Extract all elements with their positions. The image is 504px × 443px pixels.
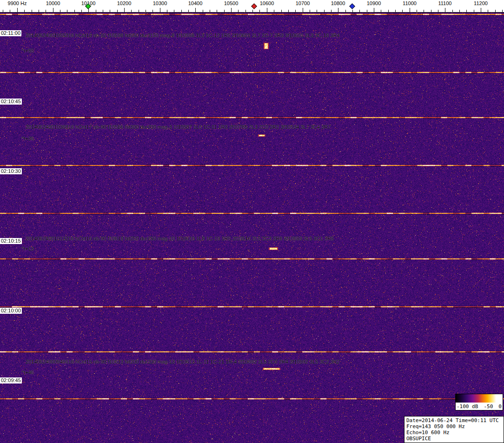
detection-text: 20140624000946616 hCnt15 nb-90 f10613 hi… (26, 359, 340, 364)
freq-tick-mark (81, 10, 82, 12)
freq-tick-mark (417, 10, 417, 12)
freq-tick-label: 10000 (46, 0, 60, 6)
freq-tick-mark (139, 10, 139, 12)
time-label: 02:10:45 (0, 99, 22, 105)
freq-tick-mark (438, 10, 438, 12)
freq-tick-label: 10600 (260, 0, 274, 6)
colorbar-labels: -100 dB -50 0 (456, 403, 503, 410)
freq-marker-blue-icon[interactable] (349, 3, 355, 9)
info-line-date: Date=2014-06-24 Time=00:11 UTC (406, 417, 502, 423)
freq-tick-mark (288, 10, 289, 12)
freq-tick-mark (210, 10, 210, 12)
freq-tick-mark (338, 8, 338, 12)
freq-tick-mark (452, 10, 453, 12)
spectrogram-app: 9900 Hz100001010010200103001040010500106… (0, 0, 504, 443)
freq-tick-mark (160, 8, 160, 12)
freq-tick-mark (10, 10, 10, 12)
freq-tick-label: 10200 (117, 0, 132, 6)
freq-tick-label: 9900 Hz (8, 0, 27, 6)
freq-tick-mark (274, 10, 274, 12)
colorbar-label-max: 0 (498, 403, 502, 410)
freq-tick-mark (359, 10, 360, 12)
freq-tick-mark (32, 10, 32, 12)
freq-tick-mark (502, 10, 503, 12)
freq-tick-mark (431, 10, 431, 12)
freq-tick-label: 10400 (188, 0, 203, 6)
freq-tick-mark (131, 10, 132, 12)
freq-tick-label: 10800 (331, 0, 345, 6)
freq-tick-mark (388, 10, 389, 12)
freq-tick-mark (167, 10, 167, 12)
info-line-echo: Echo=10 600 Hz (406, 430, 502, 436)
detection-time-offset: ^t+46 (21, 370, 34, 375)
freq-tick-mark (188, 10, 189, 12)
freq-tick-label: 10900 (367, 0, 381, 6)
freq-tick-mark (203, 10, 203, 12)
freq-tick-mark (317, 10, 317, 12)
freq-tick-mark (459, 10, 460, 12)
freq-tick-mark (445, 8, 445, 12)
freq-tick-mark (267, 8, 267, 12)
freq-tick-label: 10500 (224, 0, 239, 6)
freq-tick-mark (495, 10, 496, 12)
colorbar: -100 dB -50 0 (455, 394, 503, 410)
freq-tick-mark (345, 10, 346, 12)
freq-tick-mark (224, 10, 225, 12)
detection-text: 20140624001055816 hCnt18 nb-92 f10598 hi… (26, 33, 340, 38)
freq-tick-mark (402, 10, 403, 12)
freq-tick-mark (238, 10, 239, 12)
freq-tick-mark (195, 8, 196, 12)
freq-tick-label: 11100 (438, 0, 452, 6)
freq-marker-red-icon[interactable] (251, 3, 257, 9)
detection-time-offset: ^t+13 (21, 246, 34, 251)
freq-tick-mark (181, 10, 182, 12)
freq-tick-mark (17, 8, 18, 12)
time-label: 02:10:30 (0, 168, 22, 174)
freq-tick-mark (103, 10, 103, 12)
freq-tick-mark (474, 10, 474, 12)
freq-tick-mark (395, 10, 396, 12)
colorbar-gradient (456, 394, 503, 403)
freq-tick-mark (146, 10, 146, 12)
freq-tick-mark (24, 10, 25, 12)
freq-tick-mark (324, 10, 325, 12)
freq-tick-mark (303, 8, 303, 12)
freq-tick-mark (374, 8, 374, 12)
spectrogram-waterfall-canvas (0, 13, 504, 443)
freq-tick-mark (39, 10, 39, 12)
time-label: 02:09:45 (0, 377, 22, 383)
freq-tick-mark (424, 10, 424, 12)
freq-tick-mark (281, 10, 282, 12)
freq-tick-mark (67, 10, 67, 12)
freq-tick-mark (96, 10, 96, 12)
freq-tick-mark (60, 10, 60, 12)
time-label: 02:10:00 (0, 308, 22, 314)
freq-tick-mark (245, 10, 246, 12)
freq-tick-mark (381, 10, 381, 12)
freq-tick-label: 11200 (474, 0, 488, 6)
info-line-station: OBSUPICE (406, 436, 502, 442)
freq-tick-mark (466, 10, 467, 12)
colorbar-label-mid: -50 (484, 403, 493, 410)
colorbar-label-min: -100 dB (457, 403, 478, 410)
freq-tick-mark (259, 10, 260, 12)
freq-tick-mark (252, 10, 253, 12)
freq-tick-mark (153, 10, 153, 12)
freq-tick-mark (53, 8, 53, 12)
time-label: 02:11:00 (0, 30, 21, 36)
freq-tick-mark (3, 10, 3, 12)
freq-tick-mark (46, 10, 46, 12)
info-line-freq: Freq=143 050 000 Hz (406, 423, 502, 430)
observation-info-box: Date=2014-06-24 Time=00:11 UTC Freq=143 … (404, 416, 504, 443)
detection-text: 20140624001013216 hCnt16 nb-90 f10619 hi… (26, 236, 334, 241)
time-label: 02:10:15 (0, 238, 22, 244)
freq-tick-mark (488, 10, 488, 12)
freq-tick-mark (174, 10, 174, 12)
freq-tick-mark (310, 10, 310, 12)
freq-tick-label: 11000 (403, 0, 417, 6)
freq-tick-mark (124, 8, 125, 12)
freq-tick-mark (217, 10, 217, 12)
freq-tick-label: 10700 (296, 0, 310, 6)
freq-tick-label: 10300 (153, 0, 167, 6)
freq-tick-mark (231, 8, 232, 12)
